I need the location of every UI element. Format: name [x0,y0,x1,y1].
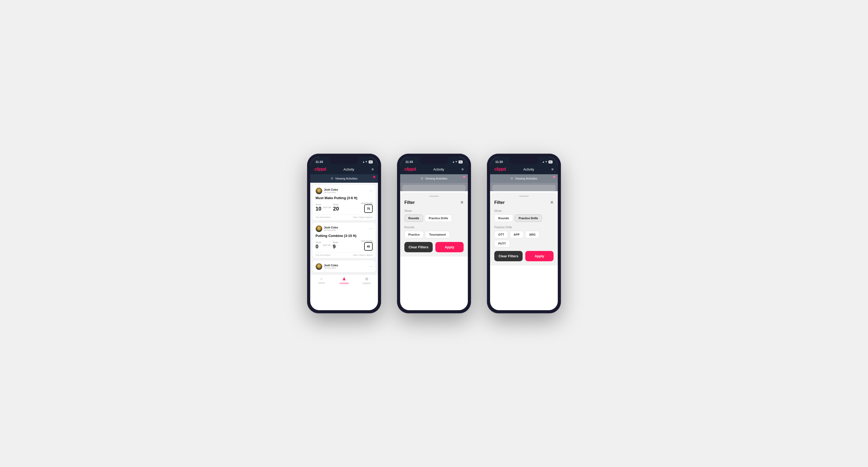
filter-title-row-2: Filter ✕ [404,200,464,205]
filter-icon-bg-3: ⚙ [510,177,513,180]
out-of-1: OUT OF [323,206,331,209]
phone-3-screen: 11:33 ▲ ᯤ 51 clippd Activity ≡ ⚙ Viewing… [490,157,558,310]
quality-label-1: Shot Quality [361,202,373,205]
status-time-1: 11:33 [315,160,323,163]
practice-options-3: OTT APP ARG PUTT [494,231,554,247]
battery-icon-2: 51 [459,160,463,163]
menu-icon-1[interactable]: ≡ [372,167,374,172]
menu-icon-2[interactable]: ≡ [462,167,464,172]
user-name-1: Josh Coles [324,188,338,191]
signal-icon-2: ▲ [452,160,455,163]
close-btn-3[interactable]: ✕ [550,200,554,205]
notch-3 [509,157,538,164]
show-rounds-btn-2[interactable]: Rounds [404,214,423,222]
filter-handle-3 [519,196,529,197]
tournament-round-btn-2[interactable]: Tournament [425,231,450,238]
shots-value-1: 20 [333,206,339,212]
viewing-bar-text-bg-3: Viewing Activities [515,177,537,180]
capture-icon-1: ⊕ [365,276,368,281]
bg-stub-3a [492,185,556,191]
putt-btn-3[interactable]: PUTT [494,240,510,247]
show-practice-btn-3[interactable]: Practice Drills [515,214,542,222]
activities-icon-1: ♟ [342,276,346,281]
filter-icon-1: ⚙ [331,177,334,180]
phone-1: 11:33 ▲ ᯤ 51 clippd Activity ≡ ⚙ Viewing… [307,154,381,313]
clear-filters-btn-3[interactable]: Clear Filters [494,251,523,261]
more-dots-1[interactable]: ··· [369,189,373,193]
show-section-3: Show Rounds Practice Drills [494,209,554,222]
card-title-1: Must Make Putting (3-6 ft) [315,196,373,200]
card-header-1: Josh Coles 28 Feb 2023 ··· [315,187,373,194]
notch-2 [420,157,448,164]
card-user-1: Josh Coles 28 Feb 2023 [315,187,338,194]
more-dots-2[interactable]: ··· [369,227,373,231]
show-label-3: Show [494,209,554,212]
score-value-2: 0 [315,244,321,250]
notch-1 [330,157,359,164]
menu-icon-3[interactable]: ≡ [551,167,554,172]
activity-card-3[interactable]: Josh Coles 28 Feb 2023 ··· [312,260,376,272]
nav-activities-1[interactable]: ♟ Activities [333,276,355,284]
app-btn-3[interactable]: APP [509,231,524,238]
quality-label-2: Shot Quality [361,240,373,242]
wifi-icon-3: ᯤ [545,160,548,163]
status-time-3: 11:33 [495,160,503,163]
user-date-1: 28 Feb 2023 [324,191,338,193]
card-stats-1: Score 10 OUT OF Shots 20 Shot Quality 75 [315,202,373,213]
viewing-dot-2 [463,176,465,178]
nav-capture-1[interactable]: ⊕ Capture [355,276,378,284]
more-dots-3[interactable]: ··· [369,264,373,269]
wifi-icon-1: ᯤ [366,160,368,163]
viewing-bar-text-1: Viewing Activities [335,177,357,180]
apply-btn-2[interactable]: Apply [435,242,464,252]
out-of-2: OUT OF [323,244,331,246]
show-practice-btn-2[interactable]: Practice Drills [425,214,452,222]
apply-btn-3[interactable]: Apply [525,251,554,261]
home-icon-1: ⌂ [320,276,323,281]
shots-label-2: Shots [333,241,338,244]
activity-card-1[interactable]: Josh Coles 28 Feb 2023 ··· Must Make Put… [312,185,376,221]
close-btn-2[interactable]: ✕ [460,200,464,205]
rounds-label-2: Rounds [404,225,464,229]
filter-title-3: Filter [494,200,505,205]
logo-3: clippd [494,167,506,172]
app-header-3: clippd Activity ≡ [490,165,558,174]
shots-value-2: 9 [333,244,338,250]
nav-home-label-1: Home [318,282,325,284]
data-source-2: Data: Clippd Capture [353,254,373,256]
phone-2-screen: 11:33 ▲ ᯤ 51 clippd Activity ≡ ⚙ Viewing… [400,157,468,310]
signal-icon-1: ▲ [362,160,365,163]
info-1: Test Information [315,216,331,218]
viewing-bar-text-bg-2: Viewing Activities [425,177,447,180]
user-info-2: Josh Coles 28 Feb 2023 [324,226,338,231]
user-name-2: Josh Coles [324,226,338,229]
show-options-2: Rounds Practice Drills [404,214,464,222]
info-2: Test Information [315,254,331,256]
practice-round-btn-2[interactable]: Practice [404,231,424,238]
show-label-2: Show [404,209,464,212]
bottom-nav-1: ⌂ Home ♟ Activities ⊕ Capture [310,275,378,287]
bg-stub-2a [402,185,466,191]
show-rounds-btn-3[interactable]: Rounds [494,214,513,222]
battery-icon-3: 51 [549,160,553,163]
card-header-3: Josh Coles 28 Feb 2023 ··· [315,263,373,270]
clear-filters-btn-2[interactable]: Clear Filters [404,242,433,252]
activity-card-2[interactable]: Josh Coles 28 Feb 2023 ··· Putting Combi… [312,223,376,258]
phone-3: 11:33 ▲ ᯤ 51 clippd Activity ≡ ⚙ Viewing… [487,154,561,313]
scene: 11:33 ▲ ᯤ 51 clippd Activity ≡ ⚙ Viewing… [291,138,577,329]
card-footer-2: Test Information Data: Clippd Capture [315,252,373,256]
bg-cards-stub-3 [490,183,558,191]
status-time-2: 11:33 [405,160,413,163]
status-icons-2: ▲ ᯤ 51 [452,160,463,163]
filter-sheet-2: Filter ✕ Show Rounds Practice Drills Rou… [400,192,468,256]
filter-icon-bg-2: ⚙ [421,177,424,180]
arg-btn-3[interactable]: ARG [525,231,539,238]
viewing-bar-bg-2: ⚙ Viewing Activities [400,174,468,183]
viewing-bar-1[interactable]: ⚙ Viewing Activities [310,174,378,183]
nav-home-1[interactable]: ⌂ Home [310,276,333,284]
score-value-1: 10 [315,206,321,212]
avatar-1 [315,187,322,194]
avatar-3 [315,263,322,270]
ott-btn-3[interactable]: OTT [494,231,508,238]
phone-2: 11:33 ▲ ᯤ 51 clippd Activity ≡ ⚙ Viewing… [397,154,471,313]
